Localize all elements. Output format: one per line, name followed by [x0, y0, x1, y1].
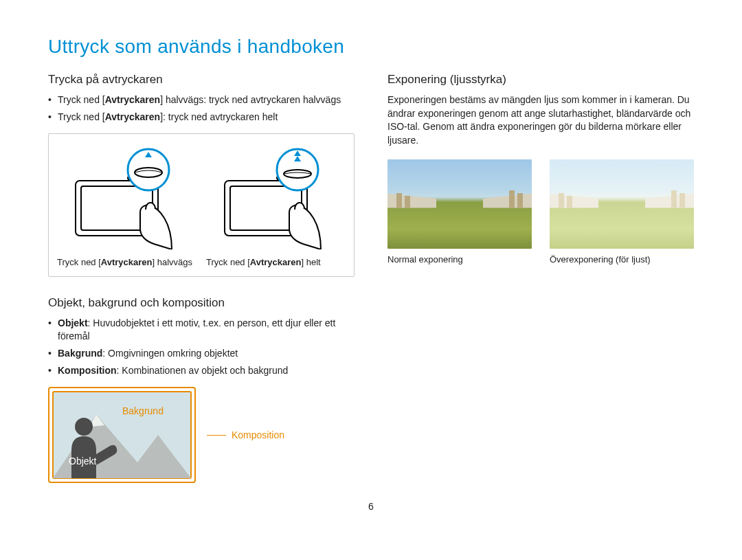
komposition-label: Komposition	[207, 429, 284, 440]
shutter-caption-full: Tryck ned [Avtryckaren] helt	[206, 256, 321, 269]
svg-point-4	[135, 168, 162, 177]
bakgrund-label: Bakgrund	[122, 405, 164, 416]
photo-normal-exposure	[387, 159, 532, 249]
left-column: Trycka på avtryckaren Tryck ned [Avtryck…	[48, 73, 355, 483]
obj-bullet-3: Komposition: Kombinationen av objekt och…	[48, 364, 355, 377]
objekt-label: Objekt	[69, 456, 97, 467]
shutter-bullet-1: Tryck ned [Avtryckaren] halvvägs: tryck …	[48, 93, 355, 107]
obj-bullet-1: Objekt: Huvudobjektet i ett motiv, t.ex.…	[48, 317, 355, 343]
photo-over-exposure	[550, 159, 694, 249]
camera-full-press-icon	[218, 146, 335, 249]
page-number: 6	[48, 501, 694, 512]
shutter-diagram-half: Tryck ned [Avtryckaren] halvvägs	[57, 146, 196, 269]
shutter-diagram-box: Tryck ned [Avtryckaren] halvvägs	[48, 133, 355, 278]
obj-heading: Objekt, bakgrund och komposition	[48, 296, 355, 310]
svg-point-15	[75, 418, 93, 436]
right-column: Exponering (ljusstyrka) Exponeringen bes…	[387, 73, 694, 483]
svg-point-10	[284, 170, 311, 178]
shutter-heading: Trycka på avtryckaren	[48, 73, 355, 87]
obj-bullet-2: Bakgrund: Omgivningen omkring objektet	[48, 347, 355, 360]
caption-over: Överexponering (för ljust)	[550, 254, 694, 265]
composition-diagram: Bakgrund Objekt Komposition	[48, 387, 355, 483]
shutter-caption-half: Tryck ned [Avtryckaren] halvvägs	[57, 256, 192, 269]
composition-icon: Bakgrund Objekt	[48, 387, 196, 483]
exposure-heading: Exponering (ljusstyrka)	[387, 73, 694, 87]
exposure-paragraph: Exponeringen bestäms av mängden ljus som…	[387, 93, 694, 147]
page-title: Uttryck som används i handboken	[48, 36, 694, 58]
shutter-diagram-full: Tryck ned [Avtryckaren] helt	[206, 146, 346, 269]
camera-half-press-icon	[69, 146, 186, 249]
caption-normal: Normal exponering	[387, 254, 532, 265]
shutter-bullet-2: Tryck ned [Avtryckaren]: tryck ned avtry…	[48, 111, 355, 124]
